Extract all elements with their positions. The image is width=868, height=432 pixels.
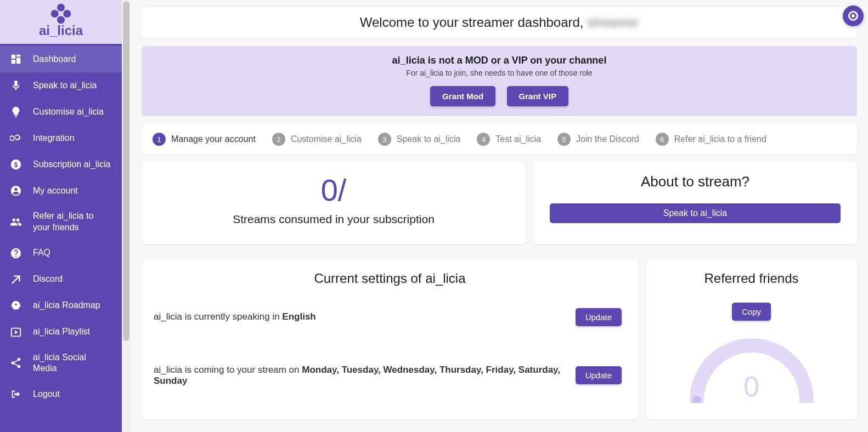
current-settings-card: Current settings of ai_licia ai_licia is… bbox=[142, 260, 638, 419]
svg-text:$: $ bbox=[14, 161, 18, 169]
setting-language-prefix: ai_licia is currently speaking in bbox=[154, 311, 282, 322]
about-to-stream-card: About to stream? Speak to ai_licia bbox=[533, 162, 857, 245]
sidebar-item-label: Integration bbox=[33, 133, 75, 144]
setting-days-prefix: ai_licia is coming to your stream on bbox=[154, 365, 302, 375]
sidebar-nav: Dashboard Speak to ai_licia Customise ai… bbox=[0, 44, 122, 432]
infinity-icon bbox=[10, 132, 22, 144]
rocket-icon bbox=[10, 300, 22, 312]
welcome-card: Welcome to your streamer dashboard, stre… bbox=[142, 7, 857, 38]
welcome-username: streamer bbox=[587, 15, 639, 30]
notice-title: ai_licia is not a MOD or a VIP on your c… bbox=[153, 55, 846, 66]
sidebar-item-account[interactable]: My account bbox=[0, 178, 122, 204]
step-number: 3 bbox=[378, 133, 391, 146]
brand-logo: ai_licia bbox=[0, 0, 122, 44]
main-content: Welcome to your streamer dashboard, stre… bbox=[131, 0, 868, 432]
sidebar-item-integration[interactable]: Integration bbox=[0, 125, 122, 151]
step-discord[interactable]: 5 Join the Discord bbox=[557, 133, 639, 146]
target-icon bbox=[848, 11, 858, 21]
sidebar-item-label: Discord bbox=[33, 274, 63, 285]
welcome-prefix: Welcome to your streamer dashboard, bbox=[360, 15, 584, 30]
sidebar-item-customise[interactable]: Customise ai_licia bbox=[0, 99, 122, 125]
setting-language-value: English bbox=[282, 311, 315, 322]
dashboard-icon bbox=[10, 53, 22, 65]
step-number: 6 bbox=[656, 133, 669, 146]
sidebar-item-label: My account bbox=[33, 185, 78, 197]
lightbulb-icon bbox=[10, 106, 22, 118]
permission-notice: ai_licia is not a MOD or a VIP on your c… bbox=[142, 46, 857, 116]
svg-point-8 bbox=[12, 362, 15, 365]
step-number: 4 bbox=[477, 133, 490, 146]
people-icon bbox=[10, 216, 22, 228]
setting-days-row: ai_licia is coming to your stream on Mon… bbox=[154, 365, 626, 386]
referred-title: Referred friends bbox=[658, 271, 845, 286]
sidebar-item-logout[interactable]: Logout bbox=[0, 381, 122, 407]
scrollbar-thumb[interactable] bbox=[123, 1, 129, 341]
copy-referral-button[interactable]: Copy bbox=[732, 303, 771, 321]
step-test[interactable]: 4 Test ai_licia bbox=[477, 133, 541, 146]
sidebar-item-roadmap[interactable]: ai_licia Roadmap bbox=[0, 293, 122, 319]
step-refer[interactable]: 6 Refer ai_licia to a friend bbox=[656, 133, 766, 146]
logout-icon bbox=[10, 388, 22, 400]
settings-title: Current settings of ai_licia bbox=[154, 271, 626, 286]
sidebar-item-discord[interactable]: Discord bbox=[0, 266, 122, 293]
sidebar-item-label: Refer ai_licia to your friends bbox=[33, 211, 112, 234]
share-icon bbox=[10, 357, 22, 369]
sidebar-item-label: ai_licia Social Media bbox=[33, 352, 112, 375]
step-label: Test ai_licia bbox=[495, 134, 541, 144]
setting-language-row: ai_licia is currently speaking in Englis… bbox=[154, 308, 626, 326]
arrow-up-right-icon bbox=[10, 274, 22, 286]
svg-rect-3 bbox=[12, 60, 15, 64]
update-language-button[interactable]: Update bbox=[576, 308, 622, 326]
sidebar-item-label: Dashboard bbox=[33, 54, 76, 65]
step-manage-account[interactable]: 1 Manage your account bbox=[153, 133, 256, 146]
referral-gauge: 0 bbox=[658, 337, 845, 403]
step-number: 1 bbox=[153, 133, 166, 146]
floating-action-button[interactable] bbox=[843, 5, 864, 26]
sidebar-item-playlist[interactable]: ai_licia Playlist bbox=[0, 319, 122, 345]
streams-caption: Streams consumed in your subscription bbox=[153, 213, 515, 226]
step-number: 2 bbox=[272, 133, 285, 146]
sidebar-item-dashboard[interactable]: Dashboard bbox=[0, 46, 122, 72]
sidebar-item-faq[interactable]: FAQ bbox=[0, 240, 122, 266]
sidebar-item-label: Speak to ai_licia bbox=[33, 80, 97, 92]
sidebar-item-label: Customise ai_licia bbox=[33, 106, 104, 118]
streams-consumed-card: 0/ Streams consumed in your subscription bbox=[142, 162, 526, 245]
svg-rect-2 bbox=[16, 58, 20, 64]
svg-rect-1 bbox=[16, 55, 20, 57]
sidebar-item-label: Logout bbox=[33, 389, 60, 400]
sidebar-item-social[interactable]: ai_licia Social Media bbox=[0, 345, 122, 382]
step-speak[interactable]: 3 Speak to ai_licia bbox=[378, 133, 461, 146]
step-label: Refer ai_licia to a friend bbox=[674, 134, 766, 144]
step-label: Speak to ai_licia bbox=[397, 134, 461, 144]
svg-point-7 bbox=[18, 358, 21, 361]
step-number: 5 bbox=[557, 133, 571, 146]
sidebar-item-speak[interactable]: Speak to ai_licia bbox=[0, 72, 122, 99]
sidebar-item-subscription[interactable]: $ Subscription ai_licia bbox=[0, 151, 122, 178]
svg-point-9 bbox=[18, 365, 21, 368]
grant-vip-button[interactable]: Grant VIP bbox=[507, 86, 568, 106]
about-title: About to stream? bbox=[550, 173, 841, 190]
sidebar: ai_licia Dashboard Speak to ai_licia Cus… bbox=[0, 0, 122, 432]
flower-icon bbox=[48, 1, 73, 26]
account-circle-icon bbox=[10, 185, 22, 197]
step-label: Customise ai_licia bbox=[291, 134, 362, 144]
update-days-button[interactable]: Update bbox=[576, 366, 622, 384]
dollar-circle-icon: $ bbox=[10, 158, 22, 170]
step-label: Join the Discord bbox=[576, 134, 639, 144]
onboarding-steps: 1 Manage your account 2 Customise ai_lic… bbox=[142, 124, 857, 155]
sidebar-item-label: ai_licia Playlist bbox=[33, 326, 90, 338]
sidebar-item-label: ai_licia Roadmap bbox=[33, 300, 100, 311]
step-customise[interactable]: 2 Customise ai_licia bbox=[272, 133, 362, 146]
referral-gauge-value: 0 bbox=[658, 370, 845, 403]
speak-to-ailicia-button[interactable]: Speak to ai_licia bbox=[550, 203, 841, 223]
streams-count: 0/ bbox=[153, 173, 515, 207]
sidebar-item-label: Subscription ai_licia bbox=[33, 159, 110, 170]
microphone-icon bbox=[10, 79, 22, 92]
grant-mod-button[interactable]: Grant Mod bbox=[430, 86, 495, 106]
svg-rect-0 bbox=[12, 55, 15, 59]
notice-subtitle: For ai_licia to join, she needs to have … bbox=[153, 69, 846, 77]
sidebar-item-refer[interactable]: Refer ai_licia to your friends bbox=[0, 204, 122, 240]
scrollbar[interactable] bbox=[122, 0, 131, 432]
sidebar-item-label: FAQ bbox=[33, 247, 50, 259]
question-icon bbox=[10, 247, 22, 259]
